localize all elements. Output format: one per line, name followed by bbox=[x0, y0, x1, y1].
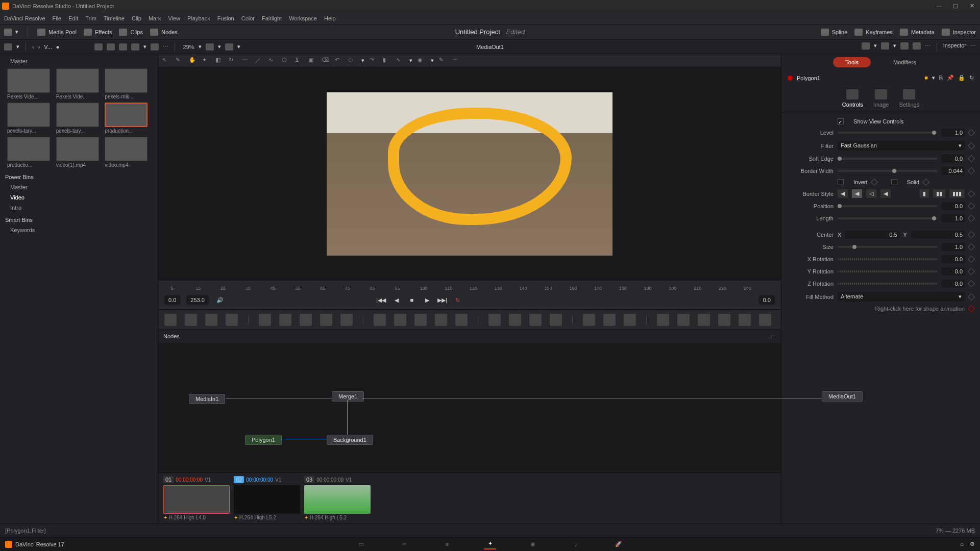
play-button[interactable]: ▶ bbox=[422, 295, 432, 305]
nav-deliver-icon[interactable]: 🚀 bbox=[612, 539, 625, 549]
fx-camera-icon[interactable] bbox=[698, 314, 710, 326]
master-bin-label[interactable]: Master bbox=[0, 54, 158, 66]
clips-button[interactable]: Clips bbox=[119, 29, 142, 36]
fx-bspline-icon[interactable] bbox=[550, 314, 562, 326]
arrow-tool-icon[interactable]: ↖ bbox=[162, 57, 170, 65]
position-value[interactable]: 0.0 bbox=[941, 202, 965, 210]
fx-fastnoise-icon[interactable] bbox=[185, 314, 197, 326]
more-icon[interactable]: ⋯ bbox=[452, 57, 460, 65]
invert-keyframe[interactable] bbox=[871, 179, 878, 186]
fx-text3d-icon[interactable] bbox=[677, 314, 690, 326]
length-value[interactable]: 1.0 bbox=[941, 214, 965, 222]
bin-video[interactable]: Video bbox=[0, 192, 158, 203]
size-value[interactable]: 1.0 bbox=[941, 243, 965, 251]
thumb-3[interactable]: pexels-tary... bbox=[7, 103, 50, 134]
thumb-7[interactable]: video(1).mp4 bbox=[56, 137, 99, 168]
wand-tool-icon[interactable]: ✦ bbox=[202, 57, 210, 65]
delete-icon[interactable]: ⌫ bbox=[322, 57, 330, 65]
spline-button[interactable]: Spline bbox=[821, 29, 848, 36]
fx-render-icon[interactable] bbox=[624, 314, 636, 326]
nav-media-icon[interactable]: ▭ bbox=[355, 539, 368, 549]
inspector-tab-tools[interactable]: Tools bbox=[833, 57, 871, 67]
borderstyle-2[interactable]: ◀ bbox=[852, 189, 862, 198]
brush-icon[interactable]: ✎ bbox=[439, 57, 447, 65]
menu-file[interactable]: File bbox=[53, 15, 62, 21]
nav-edit-icon[interactable]: ≡ bbox=[441, 539, 453, 549]
viewer-scale-icon[interactable] bbox=[225, 43, 233, 51]
metadata-button[interactable]: Metadata bbox=[900, 29, 935, 36]
borderstyle-4[interactable]: ◀ bbox=[880, 189, 891, 198]
node-version-icon[interactable]: ⎘ bbox=[939, 74, 943, 81]
fill-keyframe[interactable] bbox=[968, 293, 975, 300]
menu-davinci[interactable]: DaVinci Resolve bbox=[4, 15, 45, 21]
length-keyframe[interactable] bbox=[968, 215, 975, 222]
level-slider[interactable] bbox=[838, 132, 937, 134]
yrot-value[interactable]: 0.0 bbox=[941, 267, 965, 276]
stop-button[interactable]: ■ bbox=[407, 295, 417, 305]
shape-anim-keyframe[interactable] bbox=[968, 305, 975, 312]
level-value[interactable]: 1.0 bbox=[941, 129, 965, 137]
menu-color[interactable]: Color bbox=[241, 15, 255, 21]
maximize-button[interactable]: ▢ bbox=[949, 2, 962, 11]
marker-icon[interactable]: ▮ bbox=[383, 57, 391, 65]
roi-icon[interactable] bbox=[913, 42, 921, 49]
shape-anim-hint[interactable]: Right-click here for shape animation bbox=[875, 306, 965, 312]
viewer-mode-icon[interactable] bbox=[206, 43, 214, 51]
curve-icon[interactable]: 〰 bbox=[242, 57, 250, 65]
size-slider[interactable] bbox=[838, 246, 937, 248]
thumb-6[interactable]: productio... bbox=[7, 137, 50, 168]
thumb-1[interactable]: Pexels Vide... bbox=[56, 68, 99, 99]
center-keyframe[interactable] bbox=[968, 231, 975, 238]
filter-select[interactable]: Fast Gaussian▾ bbox=[838, 141, 965, 151]
node-mediaout1[interactable]: MediaOut1 bbox=[822, 391, 863, 402]
yrot-keyframe[interactable] bbox=[968, 268, 975, 275]
solid-checkbox[interactable] bbox=[891, 179, 897, 185]
sub-tab-image[interactable]: Image bbox=[873, 89, 889, 108]
borderstyle-6[interactable]: ▮▮ bbox=[933, 189, 945, 198]
nav-back[interactable]: ‹ bbox=[32, 44, 34, 50]
step-back-button[interactable]: ◀ bbox=[391, 295, 402, 305]
wave-icon[interactable]: ∿ bbox=[396, 57, 404, 65]
level-keyframe[interactable] bbox=[968, 129, 975, 136]
menu-mark[interactable]: Mark bbox=[149, 15, 161, 21]
fx-paint-icon[interactable] bbox=[226, 314, 238, 326]
menu-trim[interactable]: Trim bbox=[85, 15, 96, 21]
eraser-tool-icon[interactable]: ◧ bbox=[215, 57, 224, 65]
channel-icon[interactable] bbox=[881, 42, 889, 49]
menu-fusion[interactable]: Fusion bbox=[217, 15, 234, 21]
fx-3d-icon[interactable] bbox=[657, 314, 669, 326]
viewer-canvas[interactable] bbox=[327, 92, 612, 256]
inspector-button[interactable]: Inspector bbox=[942, 29, 976, 36]
menu-workspace[interactable]: Workspace bbox=[289, 15, 317, 21]
fx-rect-icon[interactable] bbox=[488, 314, 501, 326]
borderstyle-keyframe[interactable] bbox=[968, 190, 975, 197]
point-icon[interactable]: ▣ bbox=[308, 57, 316, 65]
tc-in[interactable]: 0.0 bbox=[164, 295, 180, 305]
thumb-4[interactable]: pexels-tary... bbox=[56, 103, 99, 134]
first-frame-button[interactable]: |◀◀ bbox=[376, 295, 386, 305]
xrot-keyframe[interactable] bbox=[968, 256, 975, 263]
view-grid-icon[interactable] bbox=[94, 43, 103, 51]
softedge-value[interactable]: 0.0 bbox=[941, 155, 965, 163]
nodes-button[interactable]: Nodes bbox=[150, 29, 178, 36]
borderstyle-5[interactable]: ▮ bbox=[920, 189, 929, 198]
undo-icon[interactable]: ↶ bbox=[335, 57, 343, 65]
softedge-slider[interactable] bbox=[838, 158, 937, 160]
position-keyframe[interactable] bbox=[968, 203, 975, 210]
node-polygon1[interactable]: Polygon1 bbox=[245, 435, 282, 445]
fx-blur-icon[interactable] bbox=[279, 314, 291, 326]
show-view-checkbox[interactable] bbox=[838, 118, 844, 124]
nav-fusion-icon[interactable]: ✦ bbox=[484, 539, 496, 549]
fx-bright-icon[interactable] bbox=[300, 314, 312, 326]
fx-background-icon[interactable] bbox=[164, 314, 177, 326]
zrot-value[interactable]: 0.0 bbox=[941, 280, 965, 288]
inspector-tab-modifiers[interactable]: Modifiers bbox=[881, 57, 928, 67]
nav-color-icon[interactable]: ◉ bbox=[527, 539, 539, 549]
keyframes-button[interactable]: Keyframes bbox=[854, 29, 893, 36]
bin-intro[interactable]: Intro bbox=[0, 203, 158, 213]
home-icon[interactable]: ⌂ bbox=[960, 541, 964, 547]
node-background1[interactable]: Background1 bbox=[327, 435, 373, 445]
xrot-slider[interactable] bbox=[838, 258, 937, 260]
fx-emit-icon[interactable] bbox=[603, 314, 616, 326]
loop-button[interactable]: ↻ bbox=[453, 295, 463, 305]
